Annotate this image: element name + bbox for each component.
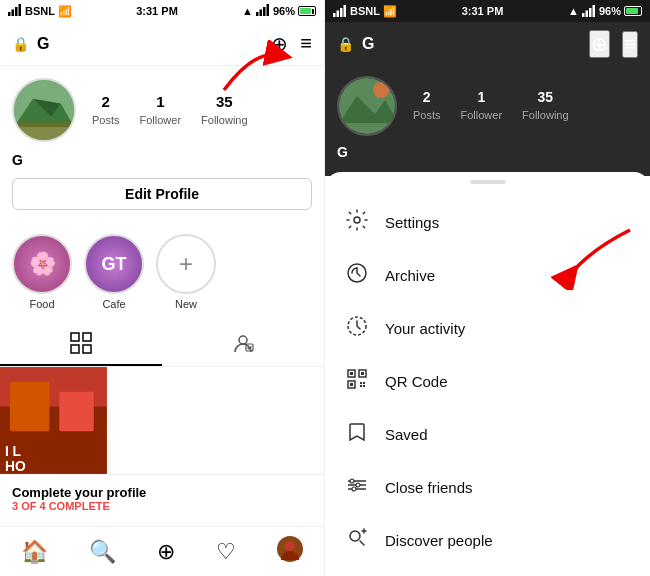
highlight-new-label: New: [175, 298, 197, 310]
tab-bar: [0, 322, 324, 367]
edit-profile-button[interactable]: Edit Profile: [12, 178, 312, 210]
menu-item-close-friends[interactable]: Close friends: [325, 461, 650, 514]
svg-rect-2: [15, 7, 18, 16]
right-wifi: 📶: [383, 5, 397, 18]
highlight-cafe[interactable]: GT Cafe: [84, 234, 144, 310]
svg-rect-15: [83, 345, 91, 353]
follower-label: Follower: [140, 114, 182, 126]
tab-grid[interactable]: [0, 322, 162, 366]
settings-icon: [343, 209, 371, 236]
svg-point-55: [352, 487, 356, 491]
svg-rect-13: [83, 333, 91, 341]
highlight-new-circle: +: [156, 234, 216, 294]
svg-rect-0: [8, 12, 11, 16]
profile-complete-banner[interactable]: Complete your profile 3 OF 4 COMPLETE: [0, 474, 324, 522]
qr-icon: [343, 368, 371, 395]
right-posts-label: Posts: [413, 109, 441, 121]
complete-profile-subtitle: 3 OF 4 COMPLETE: [12, 500, 312, 512]
saved-label: Saved: [385, 426, 428, 443]
tab-tagged[interactable]: [162, 322, 324, 366]
right-following-count: 35: [522, 89, 568, 105]
svg-rect-45: [350, 383, 353, 386]
svg-point-53: [350, 479, 354, 483]
discover-label: Discover people: [385, 532, 493, 549]
highlight-cafe-label: Cafe: [102, 298, 125, 310]
right-follower-count: 1: [461, 89, 503, 105]
hamburger-menu-button[interactable]: ≡: [300, 32, 312, 55]
svg-point-37: [354, 217, 360, 223]
saved-icon: [343, 421, 371, 448]
right-time: 3:31 PM: [462, 5, 504, 17]
right-menu-button[interactable]: ≡: [622, 31, 638, 58]
close-friends-label: Close friends: [385, 479, 473, 496]
highlight-cafe-circle: GT: [84, 234, 144, 294]
stats-row: 2 Posts 1 Follower 35 Following: [92, 93, 248, 128]
nav-username: G: [29, 35, 271, 53]
add-nav-icon[interactable]: ⊕: [157, 539, 175, 565]
svg-rect-26: [333, 13, 336, 17]
menu-item-qr[interactable]: QR Code: [325, 355, 650, 408]
post-item[interactable]: I L HO: [0, 367, 107, 474]
svg-text:HO: HO: [5, 458, 26, 474]
svg-rect-33: [592, 5, 595, 17]
wifi-icon: 📶: [58, 5, 72, 18]
right-battery-icon: [624, 6, 642, 16]
menu-handle: [470, 180, 506, 184]
time-label: 3:31 PM: [136, 5, 178, 17]
highlight-food[interactable]: 🌸 Food: [12, 234, 72, 310]
right-panel: BSNL 📶 3:31 PM ▲ 96% 🔒 G ⊕ ≡: [325, 0, 650, 576]
highlight-new[interactable]: + New: [156, 234, 216, 310]
signal-icon: [8, 4, 22, 18]
posts-count: 2: [92, 93, 120, 110]
right-following-label: Following: [522, 109, 568, 121]
right-profile-background: BSNL 📶 3:31 PM ▲ 96% 🔒 G ⊕ ≡: [325, 0, 650, 176]
posts-label: Posts: [92, 114, 120, 126]
svg-point-36: [373, 82, 389, 98]
archive-icon: [343, 262, 371, 289]
highlight-food-circle: 🌸: [12, 234, 72, 294]
archive-label: Archive: [385, 267, 435, 284]
svg-rect-49: [363, 385, 365, 387]
right-avatar: [337, 76, 397, 136]
settings-label: Settings: [385, 214, 439, 231]
close-friends-icon: [343, 474, 371, 501]
svg-rect-6: [263, 7, 266, 16]
svg-rect-46: [360, 382, 362, 384]
location-icon: ▲: [242, 5, 253, 17]
qr-label: QR Code: [385, 373, 448, 390]
right-username: G: [337, 144, 638, 160]
svg-rect-31: [585, 11, 588, 18]
right-nav-username: G: [354, 35, 589, 53]
search-nav-icon[interactable]: 🔍: [89, 539, 116, 565]
add-post-button[interactable]: ⊕: [271, 32, 288, 56]
story-highlights: 🌸 Food GT Cafe + New: [0, 222, 324, 322]
menu-item-settings[interactable]: Settings: [325, 196, 650, 249]
right-follower-stat: 1 Follower: [461, 89, 503, 123]
activity-icon: [343, 315, 371, 342]
carrier-label: BSNL: [25, 5, 55, 17]
svg-rect-27: [337, 11, 340, 18]
posts-grid: I L HO: [0, 367, 324, 474]
profile-section: 2 Posts 1 Follower 35 Following G Edit P…: [0, 66, 324, 222]
svg-rect-5: [259, 10, 262, 17]
menu-item-activity[interactable]: Your activity: [325, 302, 650, 355]
status-bar-left: BSNL 📶 3:31 PM ▲ 96%: [0, 0, 324, 22]
svg-rect-14: [71, 345, 79, 353]
menu-item-discover[interactable]: Discover people: [325, 514, 650, 567]
username-display: G: [12, 152, 312, 168]
slide-up-menu: Settings Archive Your activity: [325, 172, 650, 576]
right-stats-row: 2 Posts 1 Follower 35 Following: [413, 89, 569, 123]
profile-nav-icon[interactable]: [277, 536, 303, 568]
likes-nav-icon[interactable]: ♡: [216, 539, 236, 565]
svg-text:I L: I L: [5, 443, 22, 459]
svg-rect-29: [344, 5, 347, 17]
svg-rect-7: [266, 4, 269, 16]
svg-rect-30: [582, 13, 585, 17]
menu-item-archive[interactable]: Archive: [325, 249, 650, 302]
right-add-button[interactable]: ⊕: [589, 30, 610, 58]
svg-rect-43: [350, 372, 353, 375]
home-nav-icon[interactable]: 🏠: [21, 539, 48, 565]
posts-stat: 2 Posts: [92, 93, 120, 128]
menu-item-saved[interactable]: Saved: [325, 408, 650, 461]
svg-rect-11: [14, 122, 74, 140]
